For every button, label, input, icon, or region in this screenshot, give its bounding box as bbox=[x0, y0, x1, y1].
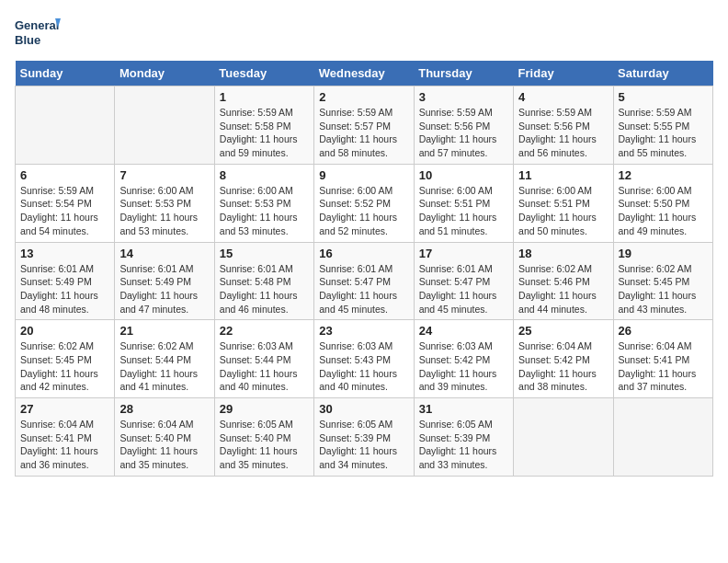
header-cell-wednesday: Wednesday bbox=[314, 61, 414, 86]
day-content: Sunrise: 6:02 AM Sunset: 5:45 PM Dayligh… bbox=[20, 339, 109, 394]
day-number: 25 bbox=[518, 324, 608, 338]
day-number: 30 bbox=[319, 402, 408, 416]
day-number: 23 bbox=[319, 324, 408, 338]
calendar-cell: 17Sunrise: 6:01 AM Sunset: 5:47 PM Dayli… bbox=[414, 242, 513, 320]
calendar-cell: 27Sunrise: 6:04 AM Sunset: 5:41 PM Dayli… bbox=[16, 398, 115, 477]
calendar-cell: 16Sunrise: 6:01 AM Sunset: 5:47 PM Dayli… bbox=[314, 242, 414, 320]
day-content: Sunrise: 5:59 AM Sunset: 5:54 PM Dayligh… bbox=[20, 184, 109, 238]
day-number: 17 bbox=[419, 247, 508, 260]
calendar-header: SundayMondayTuesdayWednesdayThursdayFrid… bbox=[16, 61, 713, 86]
day-content: Sunrise: 6:01 AM Sunset: 5:48 PM Dayligh… bbox=[220, 262, 309, 316]
day-content: Sunrise: 5:59 AM Sunset: 5:55 PM Dayligh… bbox=[619, 106, 708, 160]
day-content: Sunrise: 6:00 AM Sunset: 5:51 PM Dayligh… bbox=[518, 184, 608, 238]
logo-svg: General Blue bbox=[15, 15, 61, 52]
calendar-cell: 14Sunrise: 6:01 AM Sunset: 5:49 PM Dayli… bbox=[115, 242, 214, 320]
day-content: Sunrise: 5:59 AM Sunset: 5:56 PM Dayligh… bbox=[419, 106, 508, 160]
day-content: Sunrise: 6:03 AM Sunset: 5:42 PM Dayligh… bbox=[419, 339, 508, 394]
calendar-cell: 20Sunrise: 6:02 AM Sunset: 5:45 PM Dayli… bbox=[16, 320, 115, 398]
header-cell-thursday: Thursday bbox=[414, 61, 513, 86]
week-row-5: 27Sunrise: 6:04 AM Sunset: 5:41 PM Dayli… bbox=[16, 398, 713, 477]
day-content: Sunrise: 6:00 AM Sunset: 5:53 PM Dayligh… bbox=[220, 184, 309, 238]
day-content: Sunrise: 5:59 AM Sunset: 5:57 PM Dayligh… bbox=[319, 106, 408, 160]
day-number: 31 bbox=[419, 402, 508, 416]
day-number: 9 bbox=[319, 168, 408, 182]
calendar-cell: 23Sunrise: 6:03 AM Sunset: 5:43 PM Dayli… bbox=[314, 320, 414, 398]
week-row-1: 1Sunrise: 5:59 AM Sunset: 5:58 PM Daylig… bbox=[16, 86, 713, 165]
calendar-cell: 19Sunrise: 6:02 AM Sunset: 5:45 PM Dayli… bbox=[613, 242, 712, 320]
day-number: 20 bbox=[20, 324, 109, 338]
calendar-table: SundayMondayTuesdayWednesdayThursdayFrid… bbox=[15, 61, 713, 477]
calendar-cell: 29Sunrise: 6:05 AM Sunset: 5:40 PM Dayli… bbox=[214, 398, 313, 477]
day-number: 5 bbox=[619, 90, 708, 104]
day-number: 21 bbox=[119, 324, 209, 338]
calendar-cell: 4Sunrise: 5:59 AM Sunset: 5:56 PM Daylig… bbox=[514, 86, 613, 165]
calendar-cell: 12Sunrise: 6:00 AM Sunset: 5:50 PM Dayli… bbox=[613, 164, 712, 242]
calendar-cell bbox=[16, 86, 115, 165]
calendar-cell: 28Sunrise: 6:04 AM Sunset: 5:40 PM Dayli… bbox=[115, 398, 214, 477]
day-number: 7 bbox=[119, 168, 209, 182]
header-cell-monday: Monday bbox=[115, 61, 214, 86]
day-content: Sunrise: 6:02 AM Sunset: 5:44 PM Dayligh… bbox=[119, 339, 209, 394]
day-number: 26 bbox=[619, 324, 708, 338]
calendar-cell bbox=[613, 398, 712, 477]
day-content: Sunrise: 5:59 AM Sunset: 5:56 PM Dayligh… bbox=[518, 106, 608, 160]
calendar-cell: 18Sunrise: 6:02 AM Sunset: 5:46 PM Dayli… bbox=[514, 242, 613, 320]
svg-text:General: General bbox=[15, 18, 59, 32]
day-content: Sunrise: 6:04 AM Sunset: 5:41 PM Dayligh… bbox=[619, 339, 708, 394]
day-number: 19 bbox=[619, 247, 708, 260]
header-row: SundayMondayTuesdayWednesdayThursdayFrid… bbox=[16, 61, 713, 86]
day-number: 11 bbox=[518, 168, 608, 182]
calendar-cell: 11Sunrise: 6:00 AM Sunset: 5:51 PM Dayli… bbox=[514, 164, 613, 242]
week-row-4: 20Sunrise: 6:02 AM Sunset: 5:45 PM Dayli… bbox=[16, 320, 713, 398]
day-content: Sunrise: 6:05 AM Sunset: 5:40 PM Dayligh… bbox=[220, 418, 309, 472]
calendar-cell: 9Sunrise: 6:00 AM Sunset: 5:52 PM Daylig… bbox=[314, 164, 414, 242]
calendar-cell: 21Sunrise: 6:02 AM Sunset: 5:44 PM Dayli… bbox=[115, 320, 214, 398]
day-content: Sunrise: 6:01 AM Sunset: 5:49 PM Dayligh… bbox=[119, 262, 209, 316]
calendar-cell: 31Sunrise: 6:05 AM Sunset: 5:39 PM Dayli… bbox=[414, 398, 513, 477]
day-content: Sunrise: 6:05 AM Sunset: 5:39 PM Dayligh… bbox=[319, 418, 408, 472]
calendar-cell: 3Sunrise: 5:59 AM Sunset: 5:56 PM Daylig… bbox=[414, 86, 513, 165]
header-cell-saturday: Saturday bbox=[613, 61, 712, 86]
day-number: 24 bbox=[419, 324, 508, 338]
calendar-cell: 6Sunrise: 5:59 AM Sunset: 5:54 PM Daylig… bbox=[16, 164, 115, 242]
day-number: 3 bbox=[419, 90, 508, 104]
day-content: Sunrise: 6:02 AM Sunset: 5:46 PM Dayligh… bbox=[518, 262, 608, 316]
day-content: Sunrise: 6:00 AM Sunset: 5:53 PM Dayligh… bbox=[119, 184, 209, 238]
calendar-cell: 7Sunrise: 6:00 AM Sunset: 5:53 PM Daylig… bbox=[115, 164, 214, 242]
calendar-cell: 15Sunrise: 6:01 AM Sunset: 5:48 PM Dayli… bbox=[214, 242, 313, 320]
day-content: Sunrise: 6:00 AM Sunset: 5:51 PM Dayligh… bbox=[419, 184, 508, 238]
day-number: 2 bbox=[319, 90, 408, 104]
calendar-cell: 1Sunrise: 5:59 AM Sunset: 5:58 PM Daylig… bbox=[214, 86, 313, 165]
day-number: 22 bbox=[220, 324, 309, 338]
day-content: Sunrise: 6:04 AM Sunset: 5:41 PM Dayligh… bbox=[20, 418, 109, 472]
day-content: Sunrise: 5:59 AM Sunset: 5:58 PM Dayligh… bbox=[220, 106, 309, 160]
header-cell-tuesday: Tuesday bbox=[214, 61, 313, 86]
calendar-cell bbox=[514, 398, 613, 477]
day-content: Sunrise: 6:00 AM Sunset: 5:52 PM Dayligh… bbox=[319, 184, 408, 238]
calendar-cell: 26Sunrise: 6:04 AM Sunset: 5:41 PM Dayli… bbox=[613, 320, 712, 398]
day-number: 18 bbox=[518, 247, 608, 260]
day-content: Sunrise: 6:04 AM Sunset: 5:40 PM Dayligh… bbox=[119, 418, 209, 472]
day-number: 27 bbox=[20, 402, 109, 416]
calendar-cell bbox=[115, 86, 214, 165]
page-header: General Blue bbox=[15, 15, 713, 52]
day-number: 13 bbox=[20, 247, 109, 260]
logo: General Blue bbox=[15, 15, 61, 52]
header-cell-friday: Friday bbox=[514, 61, 613, 86]
day-content: Sunrise: 6:01 AM Sunset: 5:47 PM Dayligh… bbox=[419, 262, 508, 316]
calendar-cell: 10Sunrise: 6:00 AM Sunset: 5:51 PM Dayli… bbox=[414, 164, 513, 242]
calendar-cell: 24Sunrise: 6:03 AM Sunset: 5:42 PM Dayli… bbox=[414, 320, 513, 398]
calendar-cell: 2Sunrise: 5:59 AM Sunset: 5:57 PM Daylig… bbox=[314, 86, 414, 165]
week-row-3: 13Sunrise: 6:01 AM Sunset: 5:49 PM Dayli… bbox=[16, 242, 713, 320]
day-content: Sunrise: 6:05 AM Sunset: 5:39 PM Dayligh… bbox=[419, 418, 508, 472]
day-number: 1 bbox=[220, 90, 309, 104]
calendar-body: 1Sunrise: 5:59 AM Sunset: 5:58 PM Daylig… bbox=[16, 86, 713, 477]
day-content: Sunrise: 6:03 AM Sunset: 5:43 PM Dayligh… bbox=[319, 339, 408, 394]
calendar-cell: 25Sunrise: 6:04 AM Sunset: 5:42 PM Dayli… bbox=[514, 320, 613, 398]
day-content: Sunrise: 6:02 AM Sunset: 5:45 PM Dayligh… bbox=[619, 262, 708, 316]
day-number: 16 bbox=[319, 247, 408, 260]
day-number: 29 bbox=[220, 402, 309, 416]
day-content: Sunrise: 6:01 AM Sunset: 5:49 PM Dayligh… bbox=[20, 262, 109, 316]
header-cell-sunday: Sunday bbox=[16, 61, 115, 86]
day-number: 28 bbox=[119, 402, 209, 416]
